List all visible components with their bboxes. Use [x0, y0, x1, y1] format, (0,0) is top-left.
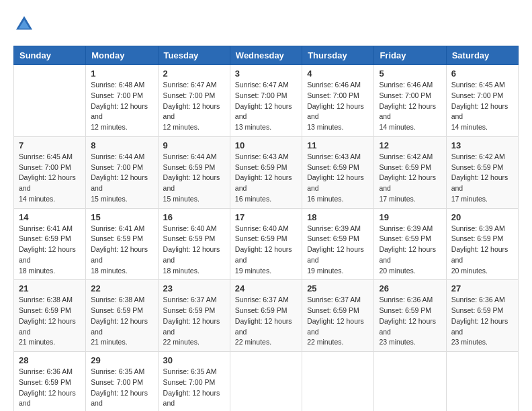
header-day-friday: Friday	[374, 46, 446, 65]
day-number: 18	[307, 212, 369, 222]
calendar-week-row: 21Sunrise: 6:38 AMSunset: 6:59 PMDayligh…	[14, 280, 519, 352]
day-number: 19	[379, 212, 441, 222]
day-info: Sunrise: 6:41 AMSunset: 6:59 PMDaylight:…	[91, 224, 152, 277]
calendar-cell: 17Sunrise: 6:40 AMSunset: 6:59 PMDayligh…	[230, 208, 302, 280]
calendar-cell: 7Sunrise: 6:45 AMSunset: 7:00 PMDaylight…	[14, 136, 86, 208]
day-number: 1	[91, 68, 152, 79]
calendar-cell: 24Sunrise: 6:37 AMSunset: 6:59 PMDayligh…	[230, 280, 302, 352]
day-number: 8	[91, 140, 152, 150]
day-number: 29	[91, 355, 152, 365]
calendar-cell: 4Sunrise: 6:46 AMSunset: 7:00 PMDaylight…	[302, 65, 374, 137]
day-info: Sunrise: 6:45 AMSunset: 7:00 PMDaylight:…	[451, 80, 513, 133]
day-number: 9	[163, 140, 225, 150]
day-number: 15	[91, 212, 152, 222]
calendar-week-row: 14Sunrise: 6:41 AMSunset: 6:59 PMDayligh…	[14, 208, 519, 280]
calendar-cell: 9Sunrise: 6:44 AMSunset: 6:59 PMDaylight…	[158, 136, 230, 208]
day-info: Sunrise: 6:44 AMSunset: 6:59 PMDaylight:…	[163, 152, 225, 205]
day-info: Sunrise: 6:38 AMSunset: 6:59 PMDaylight:…	[19, 295, 81, 348]
day-info: Sunrise: 6:47 AMSunset: 7:00 PMDaylight:…	[163, 80, 225, 133]
day-info: Sunrise: 6:41 AMSunset: 6:59 PMDaylight:…	[19, 224, 81, 277]
calendar-cell: 8Sunrise: 6:44 AMSunset: 7:00 PMDaylight…	[86, 136, 158, 208]
calendar-cell: 22Sunrise: 6:38 AMSunset: 6:59 PMDayligh…	[86, 280, 158, 352]
calendar-cell: 6Sunrise: 6:45 AMSunset: 7:00 PMDaylight…	[446, 65, 518, 137]
day-number: 21	[19, 283, 81, 293]
day-number: 20	[451, 212, 513, 222]
calendar-cell: 20Sunrise: 6:39 AMSunset: 6:59 PMDayligh…	[446, 208, 518, 280]
day-number: 11	[307, 140, 369, 150]
calendar-cell: 16Sunrise: 6:40 AMSunset: 6:59 PMDayligh…	[158, 208, 230, 280]
calendar-cell: 29Sunrise: 6:35 AMSunset: 7:00 PMDayligh…	[86, 352, 158, 412]
day-number: 5	[379, 68, 441, 79]
calendar-week-row: 28Sunrise: 6:36 AMSunset: 6:59 PMDayligh…	[14, 352, 519, 412]
calendar-cell: 13Sunrise: 6:42 AMSunset: 6:59 PMDayligh…	[446, 136, 518, 208]
day-info: Sunrise: 6:39 AMSunset: 6:59 PMDaylight:…	[379, 224, 441, 277]
day-number: 22	[91, 283, 152, 293]
day-info: Sunrise: 6:37 AMSunset: 6:59 PMDaylight:…	[235, 295, 297, 348]
calendar-cell: 25Sunrise: 6:37 AMSunset: 6:59 PMDayligh…	[302, 280, 374, 352]
day-number: 16	[163, 212, 225, 222]
logo	[13, 13, 38, 35]
day-number: 17	[235, 212, 297, 222]
calendar-table: SundayMondayTuesdayWednesdayThursdayFrid…	[13, 46, 519, 411]
header-day-monday: Monday	[86, 46, 158, 65]
calendar-week-row: 7Sunrise: 6:45 AMSunset: 7:00 PMDaylight…	[14, 136, 519, 208]
day-info: Sunrise: 6:46 AMSunset: 7:00 PMDaylight:…	[379, 80, 441, 133]
day-number: 28	[19, 355, 81, 365]
calendar-cell	[446, 352, 518, 412]
day-number: 6	[451, 68, 513, 79]
day-info: Sunrise: 6:35 AMSunset: 7:00 PMDaylight:…	[163, 367, 225, 411]
calendar-cell: 27Sunrise: 6:36 AMSunset: 6:59 PMDayligh…	[446, 280, 518, 352]
day-number: 7	[19, 140, 81, 150]
day-info: Sunrise: 6:35 AMSunset: 7:00 PMDaylight:…	[91, 367, 152, 411]
calendar-header-row: SundayMondayTuesdayWednesdayThursdayFrid…	[14, 46, 519, 65]
calendar-cell: 12Sunrise: 6:42 AMSunset: 6:59 PMDayligh…	[374, 136, 446, 208]
calendar-cell	[302, 352, 374, 412]
page-header	[13, 13, 519, 35]
calendar-cell: 3Sunrise: 6:47 AMSunset: 7:00 PMDaylight…	[230, 65, 302, 137]
calendar-cell: 2Sunrise: 6:47 AMSunset: 7:00 PMDaylight…	[158, 65, 230, 137]
day-number: 14	[19, 212, 81, 222]
day-info: Sunrise: 6:39 AMSunset: 6:59 PMDaylight:…	[307, 224, 369, 277]
day-number: 30	[163, 355, 225, 365]
day-info: Sunrise: 6:45 AMSunset: 7:00 PMDaylight:…	[19, 152, 81, 205]
calendar-cell: 15Sunrise: 6:41 AMSunset: 6:59 PMDayligh…	[86, 208, 158, 280]
header-day-sunday: Sunday	[14, 46, 86, 65]
calendar-cell: 21Sunrise: 6:38 AMSunset: 6:59 PMDayligh…	[14, 280, 86, 352]
calendar-cell	[14, 65, 86, 137]
header-day-tuesday: Tuesday	[158, 46, 230, 65]
day-info: Sunrise: 6:42 AMSunset: 6:59 PMDaylight:…	[379, 152, 441, 205]
calendar-cell: 26Sunrise: 6:36 AMSunset: 6:59 PMDayligh…	[374, 280, 446, 352]
day-number: 4	[307, 68, 369, 79]
day-number: 26	[379, 283, 441, 293]
day-number: 3	[235, 68, 297, 79]
day-info: Sunrise: 6:43 AMSunset: 6:59 PMDaylight:…	[235, 152, 297, 205]
day-info: Sunrise: 6:36 AMSunset: 6:59 PMDaylight:…	[19, 367, 81, 411]
header-day-thursday: Thursday	[302, 46, 374, 65]
day-number: 13	[451, 140, 513, 150]
day-info: Sunrise: 6:37 AMSunset: 6:59 PMDaylight:…	[307, 295, 369, 348]
day-number: 25	[307, 283, 369, 293]
day-info: Sunrise: 6:44 AMSunset: 7:00 PMDaylight:…	[91, 152, 152, 205]
calendar-cell: 5Sunrise: 6:46 AMSunset: 7:00 PMDaylight…	[374, 65, 446, 137]
day-number: 10	[235, 140, 297, 150]
day-info: Sunrise: 6:42 AMSunset: 6:59 PMDaylight:…	[451, 152, 513, 205]
calendar-cell: 14Sunrise: 6:41 AMSunset: 6:59 PMDayligh…	[14, 208, 86, 280]
calendar-cell: 10Sunrise: 6:43 AMSunset: 6:59 PMDayligh…	[230, 136, 302, 208]
calendar-week-row: 1Sunrise: 6:48 AMSunset: 7:00 PMDaylight…	[14, 65, 519, 137]
header-day-wednesday: Wednesday	[230, 46, 302, 65]
day-info: Sunrise: 6:39 AMSunset: 6:59 PMDaylight:…	[451, 224, 513, 277]
day-info: Sunrise: 6:37 AMSunset: 6:59 PMDaylight:…	[163, 295, 225, 348]
day-info: Sunrise: 6:36 AMSunset: 6:59 PMDaylight:…	[451, 295, 513, 348]
day-number: 24	[235, 283, 297, 293]
day-number: 27	[451, 283, 513, 293]
calendar-cell: 11Sunrise: 6:43 AMSunset: 6:59 PMDayligh…	[302, 136, 374, 208]
day-info: Sunrise: 6:43 AMSunset: 6:59 PMDaylight:…	[307, 152, 369, 205]
day-info: Sunrise: 6:38 AMSunset: 6:59 PMDaylight:…	[91, 295, 152, 348]
day-number: 2	[163, 68, 225, 79]
day-info: Sunrise: 6:48 AMSunset: 7:00 PMDaylight:…	[91, 80, 152, 133]
calendar-cell: 18Sunrise: 6:39 AMSunset: 6:59 PMDayligh…	[302, 208, 374, 280]
calendar-cell: 28Sunrise: 6:36 AMSunset: 6:59 PMDayligh…	[14, 352, 86, 412]
calendar-cell: 30Sunrise: 6:35 AMSunset: 7:00 PMDayligh…	[158, 352, 230, 412]
header-day-saturday: Saturday	[446, 46, 518, 65]
day-number: 23	[163, 283, 225, 293]
